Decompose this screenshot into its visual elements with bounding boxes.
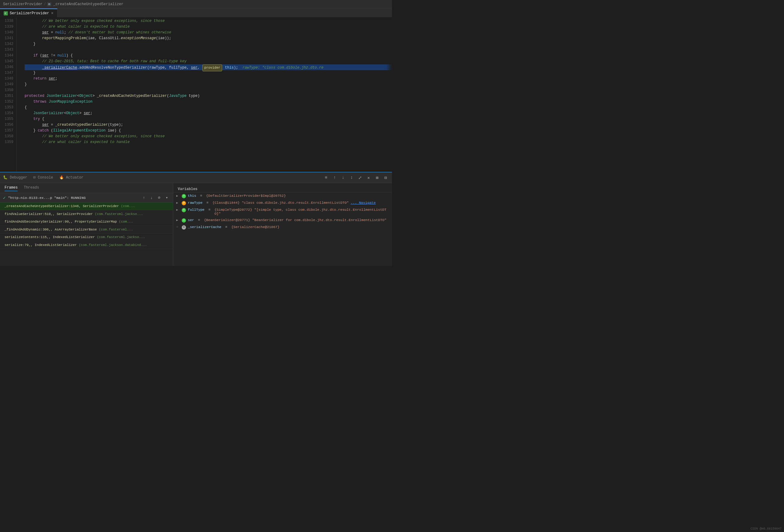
code-line-1355: try { <box>25 116 392 122</box>
tooltip-provider: provider <box>202 64 222 71</box>
stack-list: _createAndCacheUntypedSerializer:1346, S… <box>0 203 173 266</box>
code-line-1348: return ser; <box>25 76 392 82</box>
variables-panel: Variables ▶ = this = {DefaultSerializerP… <box>173 183 392 266</box>
var-expand-0[interactable]: ▶ <box>176 194 180 198</box>
stack-item-5[interactable]: serialize:79,, IndexedListSerializer (co… <box>0 241 173 249</box>
tab-bar: C SerializerProvider × <box>0 8 392 18</box>
var-expand-4[interactable]: ○ <box>176 225 180 229</box>
var-name-4: _serializerCache <box>188 225 221 229</box>
var-name-1: rawType <box>188 201 202 205</box>
code-line-1342: } <box>25 41 392 47</box>
var-item-1[interactable]: ▶ P rawType = {Class@11844} "class com.d… <box>173 200 392 206</box>
breadcrumb-part1: SerializerProvider <box>3 2 43 6</box>
main-area: 1338133913401341134213431344134513461347… <box>0 18 392 266</box>
code-editor[interactable]: 1338133913401341134213431344134513461347… <box>0 18 392 172</box>
var-navigate-link-1[interactable]: ... Navigate <box>351 201 376 205</box>
code-line-1351: protected JsonSerializer<Object> _create… <box>25 93 392 99</box>
thread-check-icon: ✓ <box>3 195 5 200</box>
stack-item-0[interactable]: _createAndCacheUntypedSerializer:1346, S… <box>0 203 173 210</box>
line-numbers: 1338133913401341134213431344134513461347… <box>0 18 17 172</box>
var-value-3: {BeanSerializer@20771} "BeanSerializer f… <box>204 218 386 222</box>
frames-tab-frames[interactable]: Frames <box>5 185 18 191</box>
var-expand-3[interactable]: ▶ <box>176 218 180 222</box>
nav-more-btn[interactable]: ▾ <box>164 195 170 201</box>
var-expand-2[interactable]: ▶ <box>176 208 180 212</box>
code-line-1344: if (ser != null) { <box>25 53 392 59</box>
code-line-1341: reportMappingProblem(iae, ClassUtil.exce… <box>25 35 392 41</box>
var-value-4: {SerializerCache@21067} <box>231 225 280 229</box>
var-item-3[interactable]: ▶ = ser = {BeanSerializer@20771} "BeanSe… <box>173 217 392 224</box>
var-icon-4: = <box>182 225 186 230</box>
code-line-1358: // We better only expose checked excepti… <box>25 134 392 139</box>
toolbar-btn-filter[interactable]: ✕ <box>365 174 372 181</box>
var-item-4[interactable]: ○ = _serializerCache = {SerializerCache@… <box>173 224 392 231</box>
frames-tab-threads[interactable]: Threads <box>24 185 39 191</box>
toolbar-btn-down[interactable]: ↓ <box>340 174 346 181</box>
frames-header: Frames Threads <box>0 183 173 193</box>
thread-label: "http-nio-8133-ex...p "main": RUNNING <box>8 196 139 200</box>
tab-debugger[interactable]: 🐛 Debugger <box>3 173 27 182</box>
tab-close-button[interactable]: × <box>51 11 54 16</box>
code-line-1339: // are what caller is expected to handle <box>25 24 392 30</box>
gutter <box>17 18 22 172</box>
toolbar-btn-grid[interactable]: ⊞ <box>374 174 381 181</box>
tab-serializer-provider[interactable]: C SerializerProvider × <box>0 8 57 17</box>
var-expand-1[interactable]: ▶ <box>176 201 180 205</box>
var-name-3: ser <box>188 218 194 222</box>
variables-header: Variables <box>173 185 392 193</box>
nav-up-btn[interactable]: ↑ <box>141 195 147 201</box>
code-line-1354: JsonSerializer<Object> ser; <box>25 111 392 116</box>
var-value-2: {SimpleType@20772} "[simple type, class … <box>215 208 389 215</box>
code-line-1353: { <box>25 105 392 111</box>
nav-down-btn[interactable]: ↓ <box>148 195 155 201</box>
breadcrumb-part2: _createAndCacheUntypedSerializer <box>53 2 123 6</box>
tab-file-icon: C <box>4 11 8 16</box>
stack-item-2[interactable]: findAndAddSecondarySerializer:90,, Prope… <box>0 218 173 226</box>
var-name-2: fullType <box>188 208 204 212</box>
tab-actuator[interactable]: 🔥 Actuator <box>59 173 84 182</box>
toolbar-btn-step-out[interactable]: ↕ <box>348 174 355 181</box>
code-line-1352: throws JsonMappingException <box>25 99 392 105</box>
toolbar-btn-step-over[interactable]: ⤢ <box>357 174 363 181</box>
breadcrumb-sep: / <box>44 2 46 6</box>
var-item-2[interactable]: ▶ = fullType = {SimpleType@20772} "[simp… <box>173 206 392 217</box>
stack-item-3[interactable]: _findAndAddDynamic:306,, AsArraySerializ… <box>0 226 173 234</box>
tab-label: SerializerProvider <box>10 11 49 16</box>
var-icon-0: = <box>182 194 186 198</box>
bottom-panel: 🐛 Debugger ⊡ Console 🔥 Actuator ≡ ↑ ↓ ↕ … <box>0 172 392 266</box>
var-icon-3: = <box>182 218 186 223</box>
frames-panel: Frames Threads ✓ "http-nio-8133-ex...p "… <box>0 183 173 266</box>
var-icon-1: P <box>182 201 186 205</box>
breadcrumb-icon: m <box>47 2 52 6</box>
code-content: // We better only expose checked excepti… <box>22 18 392 172</box>
stack-item-1[interactable]: findValueSerializer:510,, SerializerProv… <box>0 210 173 218</box>
toolbar-btn-ungroup[interactable]: ⊟ <box>382 174 389 181</box>
stack-item-4[interactable]: serializeContents:115,, IndexedListSeria… <box>0 234 173 241</box>
panel-tab-bar: 🐛 Debugger ⊡ Console 🔥 Actuator ≡ ↑ ↓ ↕ … <box>0 173 392 183</box>
toolbar-btn-list[interactable]: ≡ <box>323 174 329 181</box>
var-value-0: {DefaultSerializerProvider$Impl@20752} <box>206 194 286 198</box>
var-item-0[interactable]: ▶ = this = {DefaultSerializerProvider$Im… <box>173 193 392 200</box>
var-value-1: {Class@11844} "class com.dibole.jhz.dto.… <box>213 201 349 205</box>
code-line-1356: ser = _createUntypedSerializer(type); <box>25 122 392 128</box>
code-line-1343 <box>25 47 392 53</box>
code-line-1338: // We better only expose checked excepti… <box>25 18 392 24</box>
var-icon-2: = <box>182 208 186 212</box>
breadcrumb-bar: SerializerProvider / m _createAndCacheUn… <box>0 0 392 8</box>
panel-toolbar: ≡ ↑ ↓ ↕ ⤢ ✕ ⊞ ⊟ <box>323 174 389 181</box>
panel-content: Frames Threads ✓ "http-nio-8133-ex...p "… <box>0 183 392 266</box>
code-line-1350 <box>25 87 392 93</box>
nav-filter-btn[interactable]: ⊘ <box>156 195 162 201</box>
code-line-1357: } catch (IllegalArgumentException iae) { <box>25 128 392 134</box>
code-line-1359: // are what caller is expected to handle <box>25 139 392 145</box>
toolbar-btn-up[interactable]: ↑ <box>331 174 338 181</box>
code-line-1349: } <box>25 82 392 87</box>
thread-item[interactable]: ✓ "http-nio-8133-ex...p "main": RUNNING … <box>0 193 173 203</box>
var-name-0: this <box>188 194 196 198</box>
thread-nav: ↑ ↓ ⊘ ▾ <box>141 195 170 201</box>
variables-list: ▶ = this = {DefaultSerializerProvider$Im… <box>173 193 392 231</box>
code-line-1345: // 21-Dec-2015, tatu: Best to cache for … <box>25 59 392 64</box>
code-line-1346: _serializerCache.addAndResolveNonTypedSe… <box>25 64 392 70</box>
code-line-1340: ser = null; // doesn't matter but compil… <box>25 30 392 35</box>
tab-console[interactable]: ⊡ Console <box>33 173 53 182</box>
